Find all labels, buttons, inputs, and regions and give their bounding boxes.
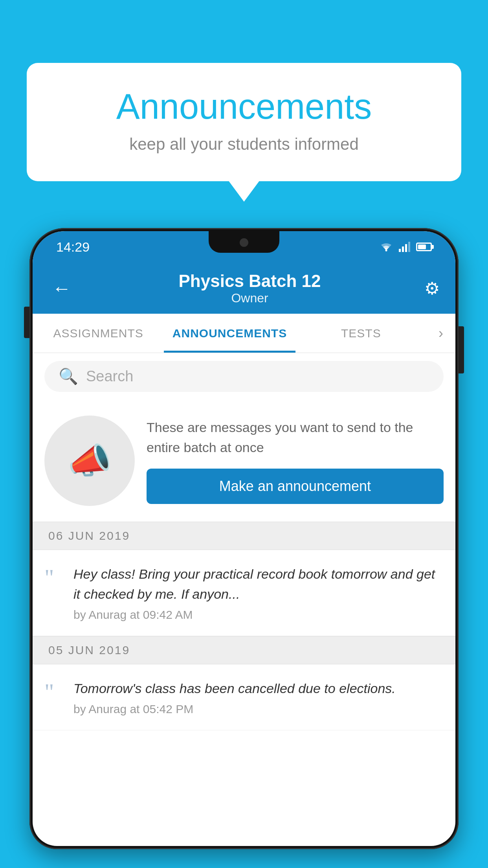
promo-area: 📣 These are messages you want to send to… xyxy=(33,400,455,522)
search-container: 🔍 Search xyxy=(33,353,455,400)
notch xyxy=(209,231,279,253)
speech-bubble-container: Announcements keep all your students inf… xyxy=(27,63,461,181)
tabs-bar: ASSIGNMENTS ANNOUNCEMENTS TESTS › xyxy=(33,314,455,353)
batch-role: Owner xyxy=(179,291,321,305)
tab-assignments[interactable]: ASSIGNMENTS xyxy=(33,314,164,353)
header-title-area: Physics Batch 12 Owner xyxy=(179,271,321,305)
promo-icon-circle: 📣 xyxy=(44,416,135,506)
announcement-content-1: Hey class! Bring your practical record b… xyxy=(73,564,444,622)
speech-bubble-title: Announcements xyxy=(58,86,430,127)
svg-rect-3 xyxy=(405,244,407,252)
back-button[interactable]: ← xyxy=(48,274,75,303)
announcement-meta-2: by Anurag at 05:42 PM xyxy=(73,702,444,716)
app-header: ← Physics Batch 12 Owner ⚙ xyxy=(33,263,455,314)
announcement-meta-1: by Anurag at 09:42 AM xyxy=(73,608,444,622)
signal-icon xyxy=(399,242,411,252)
tab-more[interactable]: › xyxy=(427,314,455,353)
battery-icon xyxy=(416,243,432,251)
camera-notch xyxy=(240,238,248,247)
svg-point-0 xyxy=(385,250,387,252)
make-announcement-button[interactable]: Make an announcement xyxy=(147,469,444,504)
wifi-icon xyxy=(379,242,393,252)
tab-tests[interactable]: TESTS xyxy=(295,314,427,353)
tab-announcements[interactable]: ANNOUNCEMENTS xyxy=(164,314,295,353)
status-bar: 14:29 xyxy=(33,231,455,263)
quote-icon-2: " xyxy=(44,680,64,704)
announcement-item-1[interactable]: " Hey class! Bring your practical record… xyxy=(33,550,455,636)
promo-description: These are messages you want to send to t… xyxy=(147,417,444,458)
svg-rect-4 xyxy=(408,242,410,252)
status-time: 14:29 xyxy=(56,239,90,255)
batch-title: Physics Batch 12 xyxy=(179,271,321,291)
svg-rect-1 xyxy=(399,249,401,252)
search-icon: 🔍 xyxy=(59,367,78,386)
search-placeholder: Search xyxy=(86,368,133,385)
speech-bubble-subtitle: keep all your students informed xyxy=(58,135,430,154)
settings-icon[interactable]: ⚙ xyxy=(424,278,440,298)
svg-rect-2 xyxy=(402,246,404,252)
announcement-text-1: Hey class! Bring your practical record b… xyxy=(73,564,444,604)
megaphone-icon: 📣 xyxy=(68,440,112,482)
phone-screen: 14:29 xyxy=(33,231,455,846)
quote-icon-1: " xyxy=(44,566,64,589)
announcement-text-2: Tomorrow's class has been cancelled due … xyxy=(73,679,444,699)
promo-right: These are messages you want to send to t… xyxy=(147,417,444,504)
date-separator-2: 05 JUN 2019 xyxy=(33,636,455,664)
announcement-item-2[interactable]: " Tomorrow's class has been cancelled du… xyxy=(33,664,455,730)
date-separator-1: 06 JUN 2019 xyxy=(33,522,455,550)
speech-bubble: Announcements keep all your students inf… xyxy=(27,63,461,181)
phone-frame: 14:29 xyxy=(29,228,459,849)
announcement-content-2: Tomorrow's class has been cancelled due … xyxy=(73,679,444,716)
phone-wrapper: 14:29 xyxy=(29,228,459,868)
status-icons xyxy=(379,242,432,252)
search-bar[interactable]: 🔍 Search xyxy=(44,361,444,392)
